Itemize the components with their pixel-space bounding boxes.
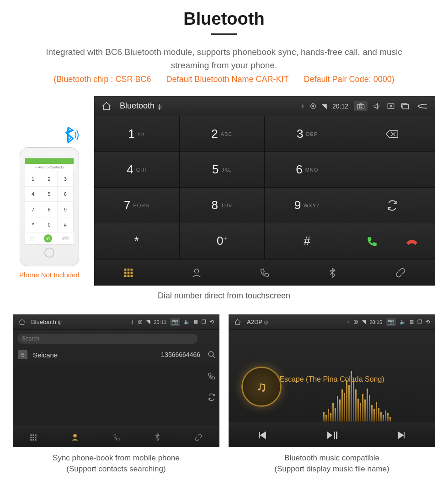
- tab-contacts[interactable]: [71, 433, 79, 442]
- dial-key-9[interactable]: 9WXYZ: [265, 188, 350, 223]
- phone-key: 1: [25, 171, 41, 187]
- add-to-contacts-label: + Add to Contacts: [25, 164, 74, 171]
- bluetooth-specs: (Bluetooth chip : CSR BC6 Default Blueto…: [13, 75, 435, 84]
- volume-icon[interactable]: 🔈: [184, 319, 190, 325]
- call-answer-button[interactable]: [350, 223, 436, 259]
- svg-rect-5: [127, 269, 129, 271]
- sync-button[interactable]: [350, 188, 436, 223]
- svg-rect-22: [32, 439, 34, 440]
- sync-icon[interactable]: [208, 393, 216, 402]
- clock: 20:12: [332, 103, 348, 110]
- back-icon[interactable]: [416, 103, 428, 110]
- volume-icon[interactable]: [373, 103, 381, 110]
- dial-key-3[interactable]: 3DEF: [265, 116, 350, 152]
- bluetooth-signal-icon: [13, 124, 86, 145]
- search-icon[interactable]: [208, 350, 216, 359]
- eq-bar: [369, 395, 370, 421]
- eq-bar: [362, 394, 363, 421]
- play-pause-button[interactable]: [326, 429, 338, 441]
- eq-bar: [351, 371, 352, 421]
- empty-cell: [350, 152, 436, 188]
- contact-name: Seicane: [33, 351, 58, 359]
- recents-icon[interactable]: [400, 103, 410, 110]
- back-icon[interactable]: ⟲: [210, 319, 214, 325]
- eq-bar: [323, 412, 325, 421]
- phonebook-topbar: Bluetooth ψ ᚼ ⦿ ◥ 20:11 📷 🔈 ⊠ ❐ ⟲: [13, 314, 219, 330]
- eq-bar: [376, 402, 377, 421]
- screenshot-icon[interactable]: 📷: [170, 318, 180, 326]
- tab-pair[interactable]: [194, 433, 203, 441]
- phone-key: 6: [58, 187, 74, 202]
- eq-bar: [325, 415, 327, 421]
- app-label: A2DP: [247, 319, 262, 325]
- clock: 20:15: [369, 319, 382, 325]
- svg-point-24: [73, 434, 77, 438]
- close-app-icon[interactable]: ⊠: [194, 319, 198, 325]
- dial-key-1[interactable]: 1ᴏᴏ: [94, 116, 180, 152]
- music-topbar: A2DP ψ ᚼ ⦿ ◥ 20:15 📷 🔈 ⊠ ❐ ⟲: [229, 314, 435, 330]
- eq-bar: [353, 378, 354, 421]
- backspace-button[interactable]: [350, 116, 436, 152]
- eq-bar: [328, 409, 329, 421]
- dial-key-2[interactable]: 2ABC: [180, 116, 265, 152]
- eq-bar: [373, 409, 375, 421]
- recents-icon[interactable]: ❐: [417, 319, 422, 325]
- close-app-icon[interactable]: ⊠: [410, 319, 414, 325]
- eq-bar: [371, 405, 373, 421]
- contact-letter-badge: S: [18, 350, 27, 359]
- phone-voicemail-icon: ⬚: [30, 236, 34, 241]
- svg-rect-18: [30, 437, 32, 438]
- dialer-caption: Dial number direct from touchscreen: [13, 291, 435, 301]
- tab-recents[interactable]: [113, 433, 120, 441]
- back-icon[interactable]: ⟲: [426, 319, 430, 325]
- phone-caption: Phone Not Included: [13, 271, 86, 279]
- svg-point-1: [359, 105, 362, 108]
- dial-key-8[interactable]: 8TUV: [180, 188, 265, 223]
- volume-icon[interactable]: 🔈: [400, 319, 406, 325]
- tab-pair[interactable]: [395, 267, 406, 278]
- tab-bluetooth[interactable]: [328, 267, 337, 278]
- next-track-button[interactable]: [395, 429, 406, 441]
- eq-bar: [360, 403, 361, 421]
- recents-icon[interactable]: ❐: [202, 319, 206, 325]
- phonebook-panel: Bluetooth ψ ᚼ ⦿ ◥ 20:11 📷 🔈 ⊠ ❐ ⟲ Search: [13, 314, 219, 475]
- home-icon[interactable]: [18, 319, 26, 326]
- tab-contacts[interactable]: [192, 267, 202, 278]
- tab-dialpad[interactable]: [30, 433, 37, 441]
- contacts-list-empty: [13, 363, 219, 427]
- dial-key-#[interactable]: #: [265, 223, 350, 259]
- usb-icon: ψ: [157, 103, 162, 110]
- phone-key: 2: [41, 171, 57, 187]
- phone-key: 9: [58, 202, 74, 217]
- prev-track-button[interactable]: [257, 429, 268, 441]
- player-controls: [229, 422, 435, 447]
- dial-key-5[interactable]: 5JKL: [180, 152, 265, 188]
- phone-status-bar: [25, 158, 74, 164]
- eq-bar: [367, 389, 368, 421]
- contact-row[interactable]: S Seicane 13566664466: [13, 346, 219, 363]
- tab-bluetooth[interactable]: [154, 433, 160, 442]
- dial-key-4[interactable]: 4GHI: [94, 152, 180, 188]
- home-icon[interactable]: [101, 101, 112, 111]
- album-art-icon: ♫: [241, 367, 282, 407]
- phone-backspace-icon: ⌫: [62, 236, 69, 241]
- home-icon[interactable]: [234, 319, 241, 326]
- eq-bar: [346, 380, 347, 421]
- tab-recents[interactable]: [260, 267, 270, 278]
- call-icon[interactable]: [208, 372, 216, 380]
- eq-bar: [387, 413, 389, 421]
- dial-key-6[interactable]: 6MNO: [265, 152, 350, 188]
- dial-key-7[interactable]: 7PQRS: [94, 188, 180, 223]
- screenshot-icon[interactable]: [354, 101, 368, 111]
- phone-key: *: [25, 217, 41, 233]
- close-app-icon[interactable]: [387, 103, 395, 110]
- search-input[interactable]: Search: [17, 334, 197, 344]
- screenshot-icon[interactable]: 📷: [386, 318, 396, 326]
- dial-key-*[interactable]: *: [94, 223, 180, 259]
- eq-bar: [383, 415, 384, 421]
- location-icon: ⦿: [353, 319, 358, 325]
- dial-key-0[interactable]: 0+: [180, 223, 265, 259]
- tab-dialpad[interactable]: [123, 267, 133, 278]
- phone-dialpad: 123456789*0#: [25, 171, 74, 232]
- phone-key: 4: [25, 187, 41, 202]
